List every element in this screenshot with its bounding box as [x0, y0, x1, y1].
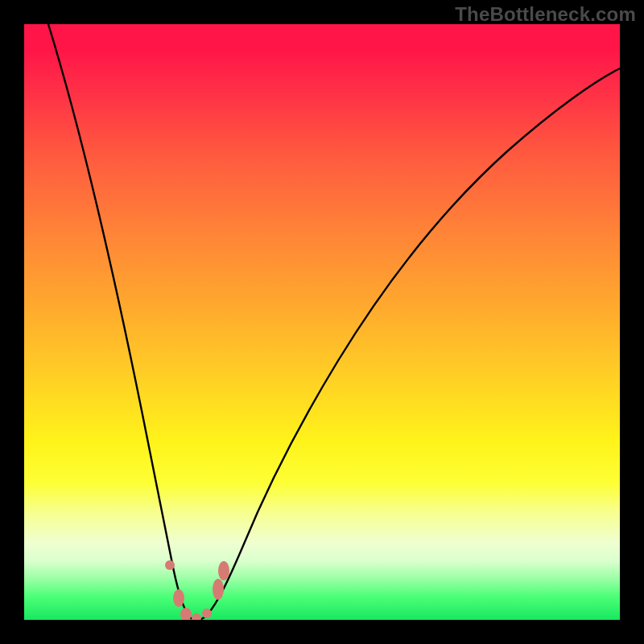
marker-left-floor — [173, 589, 184, 607]
plot-area — [24, 24, 620, 620]
marker-right-floor — [202, 609, 212, 618]
watermark-text: TheBottleneck.com — [455, 3, 636, 26]
marker-min-b — [192, 613, 201, 620]
marker-right-onset-a — [213, 579, 224, 600]
bottleneck-curve — [48, 24, 620, 620]
chart-frame: TheBottleneck.com — [0, 0, 644, 644]
curve-layer — [24, 24, 620, 620]
marker-right-onset-b — [218, 561, 229, 580]
marker-min-a — [180, 608, 192, 620]
marker-left-onset — [165, 560, 175, 570]
